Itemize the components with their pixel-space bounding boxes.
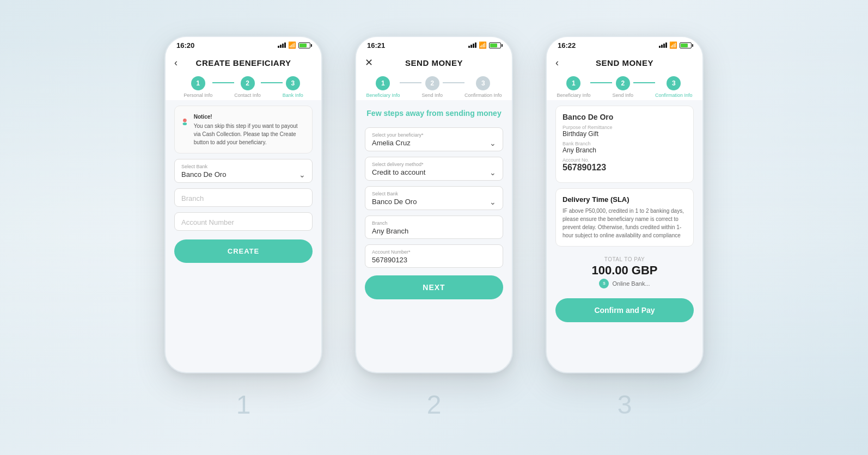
chevron-down-icon-bank-1: ⌄ <box>299 170 305 179</box>
phone-number-label-1: 1 <box>236 390 251 420</box>
stepper-1: 1 Personal Info 2 Contact Info 3 Bank In… <box>166 72 321 100</box>
status-time-3: 16:22 <box>558 41 576 50</box>
step-line-2-1 <box>400 82 421 83</box>
account-input-2[interactable]: Account Number* 567890123 <box>365 244 503 268</box>
battery-icon-1 <box>298 42 310 48</box>
account-number-placeholder-1: Account Number <box>181 218 234 226</box>
step-2-contact: 2 Contact Info <box>234 76 261 98</box>
branch-value-2: Any Branch <box>372 227 496 235</box>
delivery-value-2: Credit to account ⌄ <box>372 168 496 177</box>
branch-placeholder-1: Branch <box>181 194 204 202</box>
step-circle-3-1: 1 <box>566 76 580 90</box>
step-label-3-2: Send Info <box>612 93 633 98</box>
step-line-3-1 <box>590 82 612 83</box>
branch-label-3: Bank Branch <box>563 141 687 146</box>
info-card-3: Banco De Oro Purpose of Remittance Birth… <box>555 106 694 183</box>
notice-card-1: Notice! You can skip this step if you wa… <box>174 106 313 153</box>
delivery-label-2: Select delivery method* <box>372 162 496 167</box>
delivery-card-3: Delivery Time (SLA) IF above P50,000, cr… <box>555 188 694 247</box>
screen-header-2: ✕ SEND MONEY <box>356 52 512 72</box>
branch-label-2: Branch <box>372 220 496 226</box>
status-icons-1: 📶 <box>278 41 310 49</box>
screen-title-2: SEND MONEY <box>405 58 463 67</box>
wifi-icon-2: 📶 <box>479 41 487 49</box>
step-label-3: Bank Info <box>283 93 303 98</box>
phone-number-label-3: 3 <box>618 390 632 420</box>
step-label-2-3: Confirmation Info <box>464 93 502 98</box>
status-bar-2: 16:21 📶 <box>356 37 512 52</box>
status-bar-1: 16:20 📶 <box>166 37 321 52</box>
notice-title-1: Notice! <box>194 113 305 121</box>
account-label-2: Account Number* <box>372 249 496 255</box>
step-3-bank: 3 Bank Info <box>283 76 303 98</box>
total-label-3: TOTAL TO PAY <box>555 256 694 262</box>
chevron-down-icon-bene-2: ⌄ <box>490 139 496 147</box>
create-button-1[interactable]: CREATE <box>174 239 313 263</box>
subtitle-2: Few steps away from sending money <box>365 109 503 118</box>
close-button-2[interactable]: ✕ <box>365 57 373 69</box>
beneficiary-dropdown-2[interactable]: Select your beneficiary* Amelia Cruz ⌄ <box>365 127 503 151</box>
total-amount-3: 100.00 GBP <box>555 263 694 278</box>
step-label-2-1: Beneficiary Info <box>366 93 400 98</box>
step-line-2-2 <box>443 82 464 83</box>
notice-text-1: Notice! You can skip this step if you wa… <box>194 113 305 146</box>
purpose-value-3: Birthday Gift <box>563 130 687 138</box>
branch-input-1[interactable]: Branch <box>174 188 313 207</box>
back-button-3[interactable]: ‹ <box>555 57 559 69</box>
signal-icon-1 <box>278 42 286 48</box>
payment-method-3: $ Online Bank... <box>555 279 694 288</box>
purpose-row-3: Purpose of Remittance Birthday Gift <box>563 125 687 138</box>
step-circle-2-1: 1 <box>376 76 390 90</box>
svg-point-3 <box>185 119 186 120</box>
purpose-label-3: Purpose of Remittance <box>563 125 687 130</box>
confirm-button-3[interactable]: Confirm and Pay <box>555 298 694 322</box>
step-circle-3-2: 2 <box>616 76 630 90</box>
account-number-input-1[interactable]: Account Number <box>174 212 313 231</box>
svg-point-0 <box>183 118 186 121</box>
screen-header-3: ‹ SEND MONEY <box>547 52 702 72</box>
phone-3-wrapper: 16:22 📶 ‹ SEND MONEY <box>546 36 704 420</box>
step-circle-1: 1 <box>191 76 205 90</box>
branch-row-3: Bank Branch Any Branch <box>563 141 687 154</box>
next-button-2[interactable]: NEXT <box>365 275 503 299</box>
bank-name-value-3: Banco De Oro <box>563 113 687 121</box>
screen-title-1: CREATE BENEFICIARY <box>196 58 291 67</box>
select-bank-label-1: Select Bank <box>181 164 305 169</box>
step-label-2: Contact Info <box>234 93 261 98</box>
chevron-down-icon-delivery-2: ⌄ <box>490 168 496 177</box>
phones-container: 16:20 📶 ‹ CREATE BENEFIC <box>164 36 704 420</box>
signal-icon-2 <box>468 42 476 48</box>
delivery-dropdown-2[interactable]: Select delivery method* Credit to accoun… <box>365 157 503 181</box>
beneficiary-label-2: Select your beneficiary* <box>372 132 496 138</box>
screen-body-1: Notice! You can skip this step if you wa… <box>166 100 321 372</box>
account-label-3: Account No. <box>563 157 687 163</box>
svg-point-2 <box>184 119 184 120</box>
payment-method-label-3: Online Bank... <box>612 280 650 287</box>
step-label-3-3: Confirmation Info <box>655 93 693 98</box>
wifi-icon-1: 📶 <box>288 41 296 49</box>
mascot-icon-1 <box>181 113 188 130</box>
step-label-1: Personal Info <box>184 93 212 98</box>
phone-2-wrapper: 16:21 📶 ✕ SEND MONEY <box>355 36 513 420</box>
step-circle-2-3: 3 <box>476 76 490 90</box>
select-bank-dropdown-1[interactable]: Select Bank Banco De Oro ⌄ <box>174 159 313 183</box>
beneficiary-value-2: Amelia Cruz ⌄ <box>372 139 496 147</box>
step-3-confirm: 3 Confirmation Info <box>655 76 693 98</box>
screen-header-1: ‹ CREATE BENEFICIARY <box>166 52 321 72</box>
step-label-3-1: Beneficiary Info <box>557 93 590 98</box>
account-value-3: 567890123 <box>563 163 687 173</box>
step-circle-3-3: 3 <box>667 76 681 90</box>
bank-dropdown-2[interactable]: Select Bank Banco De Oro ⌄ <box>365 186 503 210</box>
status-icons-3: 📶 <box>659 41 692 49</box>
svg-point-1 <box>183 122 187 125</box>
step-3-bene: 1 Beneficiary Info <box>557 76 590 98</box>
branch-value-3: Any Branch <box>563 146 687 154</box>
wifi-icon-3: 📶 <box>669 41 677 49</box>
bank-name-row-3: Banco De Oro <box>563 113 687 121</box>
signal-icon-3 <box>659 42 667 48</box>
step-line-2 <box>261 82 283 83</box>
branch-input-2[interactable]: Branch Any Branch <box>365 216 503 239</box>
total-section-3: TOTAL TO PAY 100.00 GBP $ Online Bank... <box>555 252 694 291</box>
back-button-1[interactable]: ‹ <box>174 57 178 69</box>
step-2-send: 2 Send Info <box>421 76 443 98</box>
